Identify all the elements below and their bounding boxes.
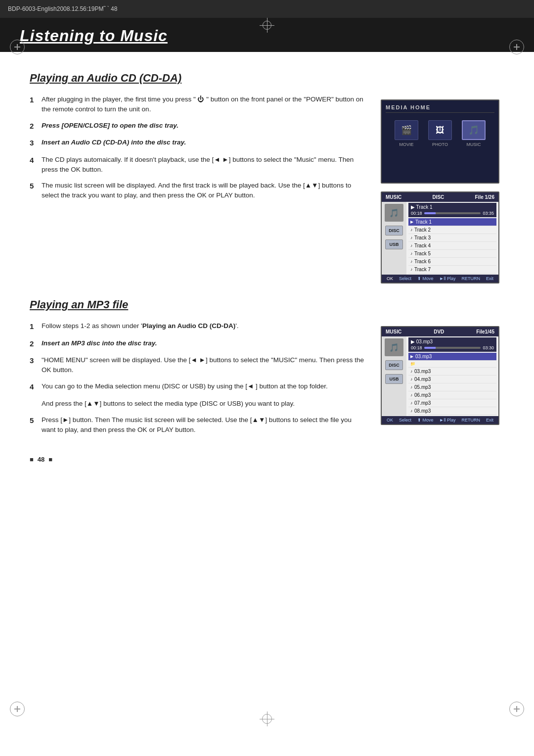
footer-select-mp3: Select	[399, 418, 411, 423]
track-name-7: Track 7	[414, 267, 431, 272]
mp3-step-num-4: 4	[30, 381, 38, 393]
footer-play-cd: ►ll Play	[440, 276, 456, 281]
file-name-7: 07.mp3	[414, 400, 431, 406]
step-num-2: 2	[30, 121, 38, 132]
section1-step-5: 5 The music list screen will be displaye…	[30, 181, 366, 201]
media-icon-movie: 🎬 MOVIE	[395, 120, 418, 147]
mp3-step-num-1: 1	[30, 321, 38, 332]
media-icons-row: 🎬 MOVIE 🖼 PHOTO 🎵 MUSIC	[386, 120, 494, 147]
track-name-1: Track 1	[415, 219, 432, 225]
track-item-7: ♪ Track 7	[408, 266, 496, 274]
section1-step-4: 4 The CD plays automaically. If it doesn…	[30, 155, 366, 175]
total-time-mp3: 03:30	[483, 345, 494, 350]
section2-screenshot: MUSIC DVD File1/45 🎵 DISC USB ▶ 03.mp3	[381, 321, 509, 425]
total-time-cd: 03:35	[483, 211, 494, 216]
usb-btn-mp3: USB	[385, 374, 403, 384]
file-item-1: ▶ 03.mp3	[408, 353, 496, 361]
file-item-folder: 📁	[408, 361, 496, 368]
music-left-panel-mp3: 🎵 DISC USB	[382, 336, 406, 416]
file-icon-4: ♪	[410, 377, 412, 381]
track-list-cd: ▶ Track 1 ♪ Track 2 ♪ Track 3	[408, 218, 496, 274]
track-name-4: Track 4	[414, 243, 431, 248]
music-screen-footer-mp3: OK Select ⬆ Move ►ll Play RETURN Exit	[382, 416, 498, 424]
music-right-panel-mp3: ▶ 03.mp3 00:18 03:30	[406, 336, 498, 416]
music-right-panel-cd: ▶ Track 1 00:18 03:35	[406, 202, 498, 275]
mp3-step-num-5: 5	[30, 415, 38, 435]
step-text-3: Insert an Audio CD (CD-DA) into the disc…	[42, 138, 366, 149]
section1-step-1: 1 After plugging in the player, the firs…	[30, 94, 366, 115]
music-label: MUSIC	[467, 142, 481, 147]
file-name-8: 08.mp3	[414, 408, 431, 414]
reg-mark-left-top	[10, 40, 25, 54]
footer-exit-mp3: Exit	[486, 418, 493, 423]
screen-music-cd: MUSIC DISC File 1/26 🎵 DISC USB ▶ Track …	[381, 191, 499, 284]
step-num-3: 3	[30, 138, 38, 149]
track-item-6: ♪ Track 6	[408, 258, 496, 266]
mp3-step-text-1: Follow steps 1-2 as shown under 'Playing…	[42, 321, 366, 332]
track-item-3: ♪ Track 3	[408, 234, 496, 242]
section2-step-5: 5 Press [►] button. Then The music list …	[30, 415, 366, 435]
music-icon-box: 🎵	[462, 120, 486, 140]
section-mp3: Playing an MP3 file 1 Follow steps 1-2 a…	[30, 298, 509, 441]
album-thumb-cd: 🎵	[385, 204, 403, 222]
file-item-6: ♪ 06.mp3	[408, 391, 496, 399]
progress-fill-cd	[424, 212, 436, 214]
footer-ok-mp3: OK	[387, 418, 393, 423]
photo-label: PHOTO	[432, 142, 448, 147]
section2-instructions: 1 Follow steps 1-2 as shown under 'Playi…	[30, 321, 366, 441]
movie-label: MOVIE	[399, 142, 413, 147]
track-icon-2: ♪	[410, 228, 412, 232]
mp3-step-text-5: Press [►] button. Then The music list sc…	[42, 415, 366, 435]
section2-heading: Playing an MP3 file	[30, 298, 509, 311]
mp3-step-text-4: You can go to the Media selection menu (…	[42, 381, 366, 393]
file-name-4: 04.mp3	[414, 377, 431, 382]
file-item-8: ♪ 08.mp3	[408, 407, 496, 415]
page-number: 48	[30, 456, 509, 463]
progress-fill-mp3	[424, 347, 436, 349]
section2-step-4: 4 You can go to the Media selection menu…	[30, 381, 366, 393]
section1-instructions: 1 After plugging in the player, the firs…	[30, 94, 366, 207]
section2-steps: 1 Follow steps 1-2 as shown under 'Playi…	[30, 321, 366, 392]
track-item-2: ♪ Track 2	[408, 226, 496, 234]
file-count-mp3: File1/45	[476, 329, 494, 334]
album-thumb-mp3: 🎵	[385, 338, 403, 356]
track-name-3: Track 3	[414, 235, 431, 240]
main-content: Playing an Audio CD (CD-DA) 1 After plug…	[0, 52, 534, 478]
progress-bar-cd	[424, 212, 481, 214]
mp3-step-4b: And press the [▲▼] buttons to select the…	[30, 398, 366, 409]
file-icon-6: ♪	[410, 393, 412, 397]
reg-mark-right-top	[509, 40, 524, 54]
media-icon-photo: 🖼 PHOTO	[428, 120, 452, 147]
header-cross-circle	[263, 21, 271, 30]
footer-exit-cd: Exit	[486, 276, 493, 281]
music-label-cd: MUSIC	[386, 194, 401, 200]
track-item-1: ▶ Track 1	[408, 218, 496, 226]
reg-mark-right-bottom	[509, 702, 524, 716]
file-item-7: ♪ 07.mp3	[408, 399, 496, 407]
section2-step-1: 1 Follow steps 1-2 as shown under 'Playi…	[30, 321, 366, 332]
file-icon-3: ♪	[410, 369, 412, 374]
disc-btn-cd: DISC	[385, 226, 403, 236]
track-icon-3: ♪	[410, 236, 412, 240]
track-list-mp3: ▶ 03.mp3 📁 ♪ 03.mp3	[408, 353, 496, 415]
section2-step-2: 2 Insert an MP3 disc into the disc tray.	[30, 338, 366, 350]
music-screen-header-cd: MUSIC DISC File 1/26	[382, 192, 498, 202]
screen-music-mp3: MUSIC DVD File1/45 🎵 DISC USB ▶ 03.mp3	[381, 326, 499, 425]
photo-icon-box: 🖼	[428, 120, 452, 140]
track-item-4: ♪ Track 4	[408, 242, 496, 250]
file-icon-5: ♪	[410, 385, 412, 389]
progress-bar-mp3	[424, 347, 481, 349]
footer-play-mp3: ►ll Play	[440, 418, 456, 423]
mp3-step-text-3: "HOME MENU" screen will be displayed. Us…	[42, 355, 366, 376]
step-text-2: Press [OPEN/CLOSE] to open the disc tray…	[42, 121, 366, 132]
dvd-label-mp3: DVD	[434, 329, 444, 334]
bottom-cross	[260, 711, 274, 726]
header-cross	[260, 18, 274, 33]
footer-select-cd: Select	[399, 276, 411, 281]
section1-step-2: 2 Press [OPEN/CLOSE] to open the disc tr…	[30, 121, 366, 132]
now-playing-cd: ▶ Track 1 00:18 03:35	[408, 203, 496, 217]
header-bar: BDP-6003-English2008.12.56:19PM˜ ` 48	[0, 0, 534, 18]
screen-media-home: MEDIA HOME 🎬 MOVIE 🖼 PHOTO 🎵 MUSIC	[381, 99, 499, 184]
disc-btn-mp3: DISC	[385, 360, 403, 370]
file-item-4: ♪ 04.mp3	[408, 376, 496, 383]
